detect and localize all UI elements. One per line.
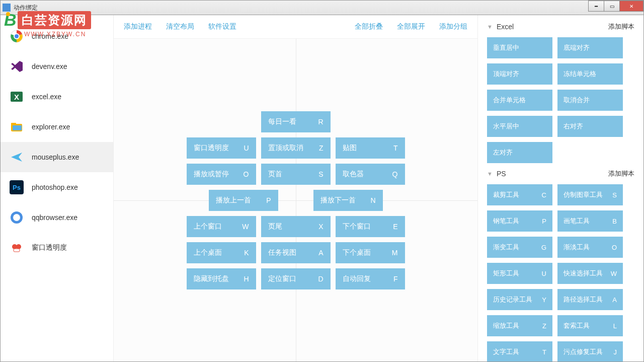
mouseplus-icon <box>10 150 24 164</box>
sidebar-item-devenv[interactable]: devenv.exe <box>1 51 113 82</box>
ps-btn-11[interactable]: 套索工具L <box>557 315 623 336</box>
ps-btn-12[interactable]: 文字工具T <box>487 341 552 361</box>
ps-btn-6[interactable]: 矩形工具U <box>487 263 552 284</box>
sidebar-item-label: excel.exe <box>32 93 61 101</box>
sidebar-item-label: mouseplus.exe <box>32 153 79 161</box>
tile-pagebottom[interactable]: 页尾X <box>261 216 331 237</box>
sidebar-item-mouseplus[interactable]: mouseplus.exe <box>1 142 113 172</box>
svg-point-3 <box>14 34 19 39</box>
tile-daily-view[interactable]: 每日一看R <box>261 111 331 132</box>
tile-pagetop[interactable]: 页首S <box>261 164 331 185</box>
section-excel-header[interactable]: ▼ Excel 添加脚本 <box>485 18 636 35</box>
chevron-down-icon: ▼ <box>487 171 493 177</box>
chrome-icon <box>10 29 24 43</box>
tile-auto-reply[interactable]: 自动回复F <box>336 268 405 289</box>
transparency-icon <box>10 241 24 255</box>
menu-clear-layout[interactable]: 清空布局 <box>166 22 194 31</box>
svg-rect-7 <box>11 123 16 125</box>
app-icon <box>3 4 11 12</box>
sidebar-item-photoshop[interactable]: Ps photoshop.exe <box>1 172 113 202</box>
window-title: 动作绑定 <box>14 4 38 12</box>
tile-next-desktop[interactable]: 下个桌面M <box>336 242 405 263</box>
ps-btn-7[interactable]: 快速选择工具W <box>557 263 623 284</box>
excel-btn-8[interactable]: 左对齐 <box>487 142 552 163</box>
ps-btn-0[interactable]: 裁剪工具C <box>487 184 552 205</box>
app-body: chrome.exe devenv.exe X excel.exe explor… <box>0 15 644 362</box>
menu-expand-all[interactable]: 全部展开 <box>397 22 425 31</box>
sidebar-item-label: qqbrowser.exe <box>32 213 77 222</box>
tile-prev-track[interactable]: 播放上一首P <box>209 190 278 211</box>
section-title: PS <box>497 170 506 178</box>
sidebar-item-label: 窗口透明度 <box>32 243 67 252</box>
sidebar-item-qqbrowser[interactable]: qqbrowser.exe <box>1 202 113 233</box>
sidebar-item-label: chrome.exe <box>32 32 68 40</box>
tile-prev-win[interactable]: 上个窗口W <box>187 216 256 237</box>
ps-btn-8[interactable]: 历史记录工具Y <box>487 289 552 310</box>
menu-add-group[interactable]: 添加分组 <box>439 22 467 31</box>
right-panel: ▼ Excel 添加脚本 垂直居中底端对齐顶端对齐冻结单元格合并单元格取消合并水… <box>477 15 643 361</box>
sidebar-item-label: devenv.exe <box>32 62 67 70</box>
ps-btn-1[interactable]: 仿制图章工具S <box>557 184 623 205</box>
ps-btn-4[interactable]: 渐变工具G <box>487 237 552 258</box>
menu-collapse-all[interactable]: 全部折叠 <box>355 22 383 31</box>
tile-snip[interactable]: 贴图T <box>336 137 405 159</box>
excel-buttons: 垂直居中底端对齐顶端对齐冻结单元格合并单元格取消合并水平居中右对齐左对齐 <box>485 35 636 165</box>
gesture-grid: 每日一看R 窗口透明度U 置顶或取消Z 贴图T 播放或暂停O 页首S 取色器Q … <box>114 39 477 361</box>
sidebar-item-label: photoshop.exe <box>32 183 78 191</box>
ps-btn-10[interactable]: 缩放工具Z <box>487 315 552 336</box>
ps-btn-13[interactable]: 污点修复工具J <box>557 341 623 361</box>
svg-rect-15 <box>14 249 20 252</box>
svg-point-12 <box>13 214 20 221</box>
ps-btn-5[interactable]: 渐淡工具O <box>557 237 623 258</box>
svg-text:X: X <box>14 93 19 101</box>
svg-rect-8 <box>13 125 22 130</box>
ps-btn-2[interactable]: 钢笔工具P <box>487 210 552 232</box>
ps-icon: Ps <box>10 180 24 194</box>
vs-icon <box>10 59 24 74</box>
minimize-button[interactable]: ━ <box>588 1 604 12</box>
explorer-icon <box>10 120 24 134</box>
excel-btn-6[interactable]: 水平居中 <box>487 116 552 137</box>
excel-btn-4[interactable]: 合并单元格 <box>487 90 552 111</box>
excel-btn-1[interactable]: 底端对齐 <box>557 37 623 58</box>
tile-next-track[interactable]: 播放下一首N <box>313 190 383 211</box>
svg-rect-0 <box>3 4 11 12</box>
tile-colorpick[interactable]: 取色器Q <box>336 164 405 185</box>
tile-task-view[interactable]: 任务视图A <box>261 242 331 263</box>
maximize-button[interactable]: ▭ <box>604 1 620 12</box>
excel-btn-7[interactable]: 右对齐 <box>557 116 623 137</box>
tile-opacity[interactable]: 窗口透明度U <box>187 137 256 159</box>
title-bar: 动作绑定 ━ ▭ ✕ <box>0 0 644 15</box>
add-script-button[interactable]: 添加脚本 <box>608 22 634 31</box>
excel-btn-0[interactable]: 垂直居中 <box>487 37 552 58</box>
sidebar-item-excel[interactable]: X excel.exe <box>1 82 113 112</box>
excel-icon: X <box>10 90 24 104</box>
add-script-button[interactable]: 添加脚本 <box>608 169 634 178</box>
sidebar-item-chrome[interactable]: chrome.exe <box>1 21 113 51</box>
excel-btn-2[interactable]: 顶端对齐 <box>487 63 552 85</box>
tile-next-win[interactable]: 下个窗口E <box>336 216 405 237</box>
tile-playpause[interactable]: 播放或暂停O <box>187 164 256 185</box>
sidebar: chrome.exe devenv.exe X excel.exe explor… <box>1 15 114 361</box>
menu-add-process[interactable]: 添加进程 <box>124 22 152 31</box>
sidebar-item-transparency[interactable]: 窗口透明度 <box>1 233 113 263</box>
sidebar-item-label: explorer.exe <box>32 123 70 131</box>
sidebar-item-explorer[interactable]: explorer.exe <box>1 112 113 142</box>
tile-prev-desktop[interactable]: 上个桌面K <box>187 242 256 263</box>
excel-btn-3[interactable]: 冻结单元格 <box>557 63 623 85</box>
ps-btn-3[interactable]: 画笔工具B <box>557 210 623 232</box>
excel-btn-5[interactable]: 取消合并 <box>557 90 623 111</box>
tile-hide-tray[interactable]: 隐藏到托盘H <box>187 268 256 289</box>
window-controls: ━ ▭ ✕ <box>589 1 643 12</box>
menu-settings[interactable]: 软件设置 <box>208 22 236 31</box>
section-ps-header[interactable]: ▼ PS 添加脚本 <box>485 165 636 182</box>
ps-btn-9[interactable]: 路径选择工具A <box>557 289 623 310</box>
ps-buttons: 裁剪工具C仿制图章工具S钢笔工具P画笔工具B渐变工具G渐淡工具O矩形工具U快速选… <box>485 182 636 361</box>
qq-icon <box>10 210 24 225</box>
tile-locate-win[interactable]: 定位窗口D <box>261 268 331 289</box>
section-title: Excel <box>497 23 514 31</box>
tile-pin[interactable]: 置顶或取消Z <box>261 137 331 159</box>
tiles-container: 每日一看R 窗口透明度U 置顶或取消Z 贴图T 播放或暂停O 页首S 取色器Q … <box>114 39 477 361</box>
close-button[interactable]: ✕ <box>619 1 643 12</box>
top-menu: 添加进程 清空布局 软件设置 全部折叠 全部展开 添加分组 <box>114 15 477 39</box>
